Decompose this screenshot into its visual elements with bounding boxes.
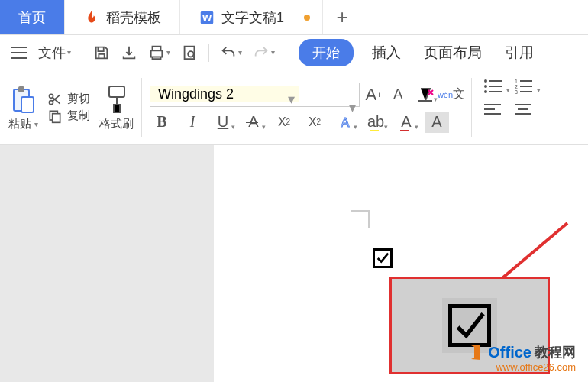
file-menu[interactable]: 文件 ▾: [34, 40, 76, 65]
paragraph-group: ▾ 123 ▾: [475, 75, 536, 140]
flame-icon: [83, 9, 100, 26]
align-left-button[interactable]: [483, 102, 506, 121]
chevron-down-icon: ▾: [166, 48, 170, 57]
font-group: Wingdings 2 ▾ ▾ A+ A- ▾ wén文 B I U▾ A▾ X…: [145, 75, 468, 140]
undo-button[interactable]: ▾: [215, 41, 247, 64]
chevron-down-icon: ▾: [34, 120, 38, 128]
svg-rect-5: [21, 97, 34, 112]
paste-label: 粘贴: [8, 117, 31, 131]
italic-button[interactable]: I: [180, 112, 205, 133]
export-button[interactable]: [116, 41, 142, 64]
tab-home[interactable]: 首页: [0, 0, 65, 34]
save-button[interactable]: [89, 41, 115, 64]
phonetic-guide-button[interactable]: wén文: [439, 84, 464, 105]
svg-text:W: W: [202, 11, 212, 23]
clipboard-group: 剪切 复制: [43, 75, 95, 140]
ribbon-tab-reference-label: 引用: [505, 44, 534, 60]
paste-group: 粘贴 ▾: [3, 75, 43, 140]
formatpainter-label: 格式刷: [99, 117, 134, 131]
separator: [286, 44, 286, 62]
chevron-down-icon: ▾: [537, 86, 541, 94]
ribbon-tab-pagelayout-label: 页面布局: [424, 44, 482, 60]
separator: [141, 78, 142, 137]
ribbon-tab-insert-label: 插入: [372, 44, 401, 60]
svg-text:A: A: [341, 115, 349, 128]
tab-shell-templates[interactable]: 稻壳模板: [65, 0, 180, 34]
svg-point-13: [484, 85, 487, 88]
svg-rect-10: [109, 86, 124, 97]
svg-text:3: 3: [515, 89, 518, 95]
chevron-down-icon: ▾: [262, 123, 266, 131]
formatpainter-button[interactable]: 格式刷: [99, 117, 134, 131]
hamburger-menu-button[interactable]: [6, 43, 32, 63]
svg-rect-9: [53, 113, 60, 122]
chevron-down-icon: ▾: [506, 86, 510, 94]
checkbox-symbol: [373, 248, 393, 268]
word-doc-icon: W: [199, 9, 215, 26]
subscript-button[interactable]: X2: [302, 112, 327, 133]
svg-text:2: 2: [515, 84, 518, 89]
ribbon-tab-insert[interactable]: 插入: [361, 38, 412, 67]
chevron-down-icon: ▾: [384, 123, 388, 131]
clear-format-button[interactable]: ▾: [413, 84, 438, 105]
ribbon: 粘贴 ▾ 剪切 复制 格式刷 Wingdings 2: [0, 70, 588, 145]
page-margin-marker-icon: [351, 210, 370, 228]
copy-label: 复制: [67, 108, 90, 123]
chevron-down-icon: ▾: [288, 91, 295, 108]
copy-icon: [47, 108, 63, 124]
separator: [82, 44, 82, 62]
chevron-down-icon: ▾: [238, 48, 242, 57]
shading-button[interactable]: A: [425, 112, 449, 133]
print-button[interactable]: ▾: [144, 41, 175, 64]
ribbon-tab-start[interactable]: 开始: [299, 39, 354, 66]
ribbon-tab-reference[interactable]: 引用: [494, 38, 544, 67]
paste-icon[interactable]: [8, 83, 38, 115]
watermark-brand-en: Office: [488, 344, 531, 361]
strikethrough-button[interactable]: A▾: [241, 112, 266, 133]
text-effects-button[interactable]: A ▾: [333, 112, 357, 133]
chevron-down-icon: ▾: [231, 123, 235, 131]
svg-point-12: [484, 79, 487, 83]
underline-button[interactable]: U▾: [211, 112, 235, 133]
navigation-sidebar: [0, 145, 214, 382]
tab-shell-label: 稻壳模板: [106, 8, 161, 27]
highlight-button[interactable]: ab▾: [363, 112, 388, 133]
font-name-combobox[interactable]: Wingdings 2 ▾: [150, 86, 299, 102]
font-name-value: Wingdings 2: [158, 86, 234, 102]
superscript-button[interactable]: X2: [272, 112, 296, 133]
formatpainter-group: 格式刷: [95, 75, 138, 140]
scissors-icon: [47, 92, 63, 107]
paste-button[interactable]: 粘贴 ▾: [8, 117, 38, 131]
print-preview-button[interactable]: [176, 41, 202, 64]
watermark-brand-cn: 教程网: [535, 343, 576, 361]
font-color-button[interactable]: A▾: [394, 112, 418, 133]
decrease-font-button[interactable]: A-: [387, 84, 412, 105]
svg-point-14: [484, 90, 487, 93]
unsaved-indicator-icon: [304, 15, 310, 21]
app-tabs: 首页 稻壳模板 W 文字文稿1 +: [0, 0, 588, 35]
align-center-button[interactable]: [513, 102, 536, 121]
increase-font-button[interactable]: A+: [361, 84, 386, 105]
chevron-down-icon: ▾: [271, 48, 275, 57]
bullet-list-button[interactable]: ▾: [483, 78, 506, 96]
chevron-down-icon: ▾: [67, 48, 71, 57]
canvas-area: Office教程网 www.office26.com: [0, 145, 588, 382]
svg-point-2: [188, 51, 193, 57]
office-logo-icon: [467, 343, 485, 361]
separator: [471, 78, 472, 137]
add-tab-button[interactable]: +: [323, 0, 361, 34]
ribbon-tab-pagelayout[interactable]: 页面布局: [413, 38, 493, 67]
document-page[interactable]: Office教程网 www.office26.com: [214, 145, 588, 382]
watermark: Office教程网 www.office26.com: [467, 343, 576, 373]
cut-label: 剪切: [67, 92, 90, 106]
bold-button[interactable]: B: [150, 112, 174, 133]
numbered-list-button[interactable]: 123 ▾: [513, 78, 536, 96]
watermark-url: www.office26.com: [467, 361, 576, 373]
copy-button[interactable]: 复制: [47, 108, 90, 124]
formatpainter-icon[interactable]: [103, 83, 131, 115]
ribbon-tab-start-label: 开始: [312, 45, 340, 60]
chevron-down-icon: ▾: [354, 123, 357, 131]
tab-document[interactable]: W 文字文稿1: [180, 0, 323, 34]
cut-button[interactable]: 剪切: [47, 92, 90, 107]
redo-button[interactable]: ▾: [248, 41, 279, 64]
